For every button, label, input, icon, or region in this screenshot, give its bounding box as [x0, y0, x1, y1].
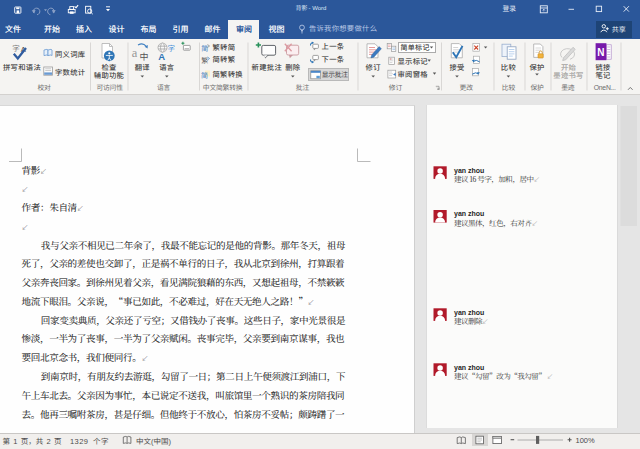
svg-text:中: 中	[140, 50, 149, 63]
svg-text:字: 字	[12, 42, 19, 53]
svg-text:a: a	[132, 46, 138, 60]
svg-text:A: A	[158, 51, 165, 62]
svg-text:字: 字	[168, 42, 176, 53]
svg-text:N: N	[597, 47, 604, 58]
svg-text:简: 简	[201, 43, 208, 53]
svg-text:繁: 繁	[201, 55, 208, 65]
svg-text:简: 简	[201, 70, 208, 80]
